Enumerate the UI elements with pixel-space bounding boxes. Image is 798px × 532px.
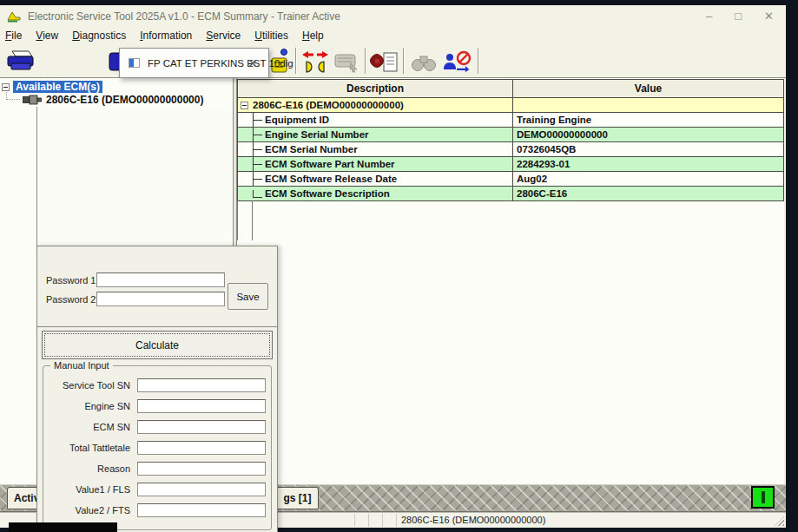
table-row[interactable]: Equipment ID Training Engine [238, 113, 783, 128]
diagnostic-codes-icon[interactable] [370, 50, 399, 75]
table-row[interactable]: ECM Serial Number 07326045QB [238, 142, 783, 157]
statusbar-device-text: 2806C-E16 (DEMO00000000000) [401, 515, 545, 525]
tab-label: Activ [14, 492, 38, 504]
dialog-close-icon[interactable]: ✕ [244, 55, 261, 72]
close-button[interactable]: ✕ [764, 5, 774, 28]
ecm-selector-icon[interactable] [333, 52, 359, 73]
maximize-button[interactable]: □ [735, 5, 742, 28]
calculate-button[interactable]: Calculate [42, 331, 273, 359]
tree-root-available-ecms[interactable]: Available ECM(s) [2, 81, 102, 93]
table-row[interactable]: ECM Software Part Number 2284293-01 [238, 157, 783, 172]
total-tattletale-input[interactable] [137, 441, 266, 455]
stop-communication-icon[interactable] [441, 50, 472, 75]
window-title: Electronic Service Tool 2025A v1.0 - ECM… [28, 10, 340, 23]
password1-input[interactable] [96, 273, 225, 287]
tree-branch-line [253, 113, 265, 128]
engine-sn-input[interactable] [137, 399, 266, 413]
menu-utilities[interactable]: Utilities [254, 30, 288, 42]
tree-root-label[interactable]: Available ECM(s) [13, 81, 102, 93]
menu-help[interactable]: Help [302, 30, 324, 42]
save-button[interactable]: Save [228, 283, 268, 310]
row-description: ECM Software Description [265, 188, 390, 199]
statusbar-divider [396, 514, 397, 527]
search-icon[interactable] [410, 52, 438, 73]
password-section: Password 1 Password 2 Save [37, 246, 277, 326]
row-value: Aug02 [513, 172, 783, 187]
tree-item-ecm[interactable]: 2806C-E16 (DEMO00000000000) [23, 94, 203, 106]
manual-input-title: Manual Input [50, 360, 113, 371]
hierarchy-column-line [237, 200, 238, 240]
dialog-title-bar[interactable]: FP CAT ET PERKINS EST 10dig ✕ [119, 48, 269, 78]
disconnect-icon[interactable] [300, 50, 330, 75]
toolbar-separator [478, 48, 479, 74]
table-row[interactable]: ECM Software Release Date Aug02 [238, 172, 783, 187]
password2-input[interactable] [96, 292, 225, 306]
row-value: 07326045QB [513, 142, 783, 157]
reason-label: Reason [49, 463, 130, 474]
toolbar [0, 43, 786, 78]
collapse-icon[interactable] [2, 83, 10, 91]
statusbar-divider [368, 514, 369, 527]
row-value: DEMO00000000000 [513, 128, 783, 142]
tree-connector-line [6, 92, 20, 100]
calculate-section: Calculate [37, 326, 277, 363]
menu-view[interactable]: View [36, 30, 58, 42]
column-header-description[interactable]: Description [238, 80, 513, 98]
title-bar: Electronic Service Tool 2025A v1.0 - ECM… [0, 5, 786, 28]
reason-input[interactable] [137, 462, 266, 476]
tree-branch-line [253, 142, 265, 157]
row-description: Equipment ID [265, 115, 329, 125]
dialog-body-upper [36, 107, 233, 246]
total-tattletale-label: Total Tattletale [49, 443, 130, 453]
manual-input-group: Manual Input Service Tool SN Engine SN E… [43, 365, 272, 530]
hierarchy-column-line [252, 200, 253, 240]
row-description: 2806C-E16 (DEMO00000000000) [253, 100, 404, 110]
menu-file[interactable]: File [5, 30, 22, 42]
row-description: ECM Software Release Date [265, 174, 397, 184]
table-row[interactable]: ECM Software Description 2806C-E16 [238, 187, 783, 201]
table-row[interactable]: 2806C-E16 (DEMO00000000000) [238, 98, 783, 113]
row-description: ECM Serial Number [265, 144, 358, 154]
tree-item-label[interactable]: 2806C-E16 (DEMO00000000000) [46, 94, 203, 106]
value2-fts-input[interactable] [137, 503, 266, 517]
value2-fts-label: Value2 / FTS [49, 505, 130, 516]
ecm-sn-label: ECM SN [49, 422, 130, 432]
row-value: 2806C-E16 [513, 187, 783, 201]
row-value [513, 98, 783, 113]
table-row[interactable]: Engine Serial Number DEMO00000000000 [238, 128, 783, 142]
tree-branch-line [253, 157, 265, 172]
dialog-window-icon [129, 58, 140, 68]
indicator-bar-icon [762, 491, 765, 503]
tree-branch-line [253, 190, 265, 198]
row-description: Engine Serial Number [265, 129, 369, 140]
communication-status-indicator [751, 486, 775, 509]
ecm-summary-panel: Description Value 2806C-E16 (DEMO0000000… [237, 78, 784, 484]
menu-information[interactable]: Information [140, 30, 192, 42]
password1-label: Password 1 [46, 275, 96, 286]
tree-branch-line [253, 172, 265, 187]
service-tool-sn-input[interactable] [137, 378, 266, 392]
minimize-button[interactable]: – [706, 5, 712, 28]
summary-table: Description Value 2806C-E16 (DEMO0000000… [237, 79, 784, 201]
statusbar-divider [382, 514, 383, 527]
tab-warnings[interactable]: gs [1] [276, 487, 319, 509]
tab-active-codes[interactable]: Activ [7, 487, 38, 509]
ecm-sn-input[interactable] [137, 420, 266, 434]
dialog-title: FP CAT ET PERKINS EST 10dig [148, 58, 293, 69]
tab-label: gs [1] [283, 492, 311, 504]
app-logo-icon [7, 11, 21, 23]
toolbar-separator [365, 48, 366, 74]
collapse-icon[interactable] [241, 102, 248, 109]
password2-label: Password 2 [46, 294, 96, 305]
row-description: ECM Software Part Number [265, 159, 395, 169]
row-value: 2284293-01 [513, 157, 783, 172]
menu-service[interactable]: Service [206, 30, 241, 42]
value1-fls-input[interactable] [137, 483, 266, 496]
engine-sn-label: Engine SN [49, 401, 130, 411]
column-header-value[interactable]: Value [513, 80, 783, 98]
print-icon[interactable] [5, 49, 36, 72]
taskbar-fragment [9, 522, 117, 532]
resize-grip[interactable] [775, 516, 784, 526]
menu-diagnostics[interactable]: Diagnostics [72, 30, 126, 42]
menu-bar: File View Diagnostics Information Servic… [0, 28, 786, 43]
